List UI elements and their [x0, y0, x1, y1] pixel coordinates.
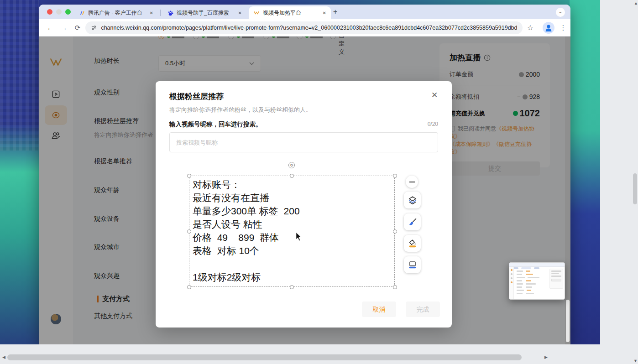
- cancel-button[interactable]: 取消: [362, 302, 396, 317]
- page-content: 自定义 加热时长 0.5小时 观众性别 根据粉丝层推荐 将定向推给你选择作者 根…: [39, 36, 570, 344]
- tab-search-button[interactable]: ⌄: [556, 8, 565, 17]
- scroll-left-arrow[interactable]: ◀: [2, 355, 5, 359]
- outer-horizontal-scrollbar-thumb[interactable]: [7, 354, 522, 360]
- tab-close-icon[interactable]: ✕: [238, 10, 242, 16]
- refresh-icon[interactable]: ⟳: [73, 23, 83, 33]
- screen-preview-thumbnail[interactable]: [509, 262, 565, 300]
- address-bar[interactable]: channels.weixin.qq.com/promote/pages/pla…: [85, 21, 523, 34]
- search-input-label: 输入视频号昵称，回车进行搜索。: [169, 120, 262, 129]
- nickname-search-field: [169, 132, 438, 152]
- tencent-ads-favicon: [79, 10, 85, 16]
- modal-title: 根据粉丝层推荐: [169, 91, 224, 102]
- scroll-up-arrow[interactable]: ▲: [634, 1, 638, 5]
- tab-tencent-ads[interactable]: 腾讯广告 - 客户工作台 ✕: [74, 6, 158, 19]
- traffic-light-maximize[interactable]: [65, 9, 71, 15]
- traffic-light-minimize[interactable]: [56, 9, 62, 15]
- tab-title: 视频号加热平台: [263, 9, 319, 17]
- fans-recommend-modal: 根据粉丝层推荐 ✕ 将定向推给你选择作者的粉丝，以及与粉丝相似的人。 输入视频号…: [156, 81, 452, 328]
- scroll-down-arrow[interactable]: ▼: [633, 359, 638, 363]
- tab-title: 腾讯广告 - 客户工作台: [88, 9, 146, 17]
- tab-bar: 腾讯广告 - 客户工作台 ✕ 视频号助手_百度搜索 ✕: [39, 5, 570, 19]
- nickname-search-input[interactable]: [170, 133, 438, 152]
- profile-avatar-icon[interactable]: [543, 22, 554, 34]
- wallpaper-right: [570, 0, 600, 344]
- new-tab-button[interactable]: +: [333, 8, 337, 16]
- mini-sidebar: [509, 267, 514, 300]
- bookmark-star-icon[interactable]: ☆: [525, 23, 535, 33]
- kebab-menu-icon[interactable]: ⋮: [558, 23, 568, 33]
- mini-toolbar: [509, 263, 565, 267]
- page-scrollbar-thumb[interactable]: [566, 300, 570, 342]
- scroll-right-arrow[interactable]: ▶: [544, 355, 548, 359]
- tab-close-icon[interactable]: ✕: [323, 10, 326, 16]
- tab-close-icon[interactable]: ✕: [150, 10, 153, 16]
- modal-subtitle: 将定向推给你选择作者的粉丝，以及与粉丝相似的人。: [169, 106, 312, 114]
- tab-channels-platform[interactable]: 视频号加热平台 ✕: [249, 6, 331, 19]
- remote-viewer-frame: 腾讯广告 - 客户工作台 ✕ 视频号助手_百度搜索 ✕: [0, 0, 638, 364]
- traffic-light-close[interactable]: [47, 9, 52, 15]
- forward-icon[interactable]: →: [59, 23, 69, 33]
- channels-favicon: [253, 10, 260, 16]
- browser-window: 腾讯广告 - 客户工作台 ✕ 视频号助手_百度搜索 ✕: [39, 5, 570, 344]
- outer-vertical-scrollbar-thumb[interactable]: [633, 173, 637, 204]
- baidu-favicon: [167, 10, 173, 16]
- tab-baidu-search[interactable]: 视频号助手_百度搜索 ✕: [163, 6, 246, 19]
- desktop: 腾讯广告 - 客户工作台 ✕ 视频号助手_百度搜索 ✕: [0, 0, 600, 344]
- done-button[interactable]: 完成: [406, 302, 440, 317]
- url-text: channels.weixin.qq.com/promote/pages/pla…: [101, 25, 517, 31]
- char-counter: 0/20: [428, 121, 438, 127]
- close-icon[interactable]: ✕: [431, 90, 438, 100]
- browser-toolbar: ← → ⟳ channels.weixin.qq.com/promote/pag…: [39, 19, 570, 36]
- wallpaper-pattern: [0, 0, 39, 151]
- back-icon[interactable]: ←: [45, 23, 55, 33]
- mini-summary-panel: [549, 269, 563, 289]
- site-settings-icon[interactable]: [91, 25, 97, 31]
- tab-separator: [160, 10, 161, 16]
- tab-title: 视频号助手_百度搜索: [177, 9, 235, 17]
- page-scrollbar[interactable]: [565, 36, 570, 344]
